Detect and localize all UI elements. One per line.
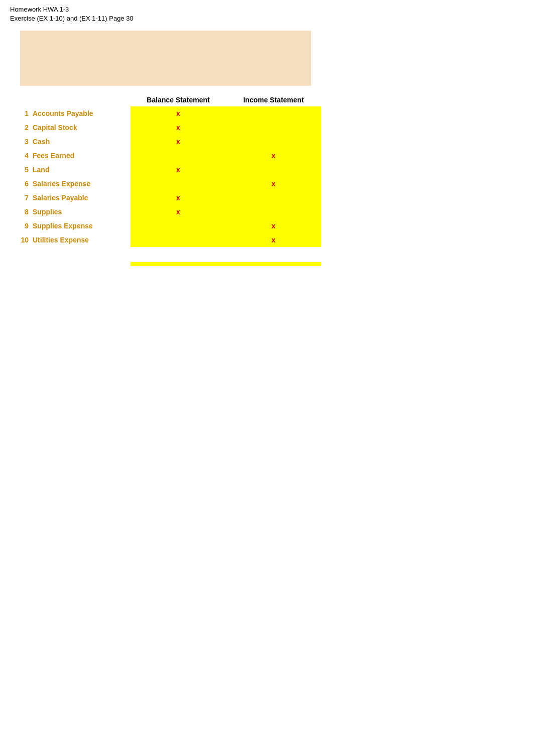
row-label: Capital Stock bbox=[33, 123, 130, 132]
main-content: Balance Statement Income Statement 1Acco… bbox=[15, 96, 523, 266]
row-label: Accounts Payable bbox=[33, 109, 130, 117]
balance-cell: x bbox=[130, 163, 226, 177]
income-cell bbox=[226, 191, 321, 205]
row-number: 10 bbox=[20, 236, 33, 244]
balance-cell: x bbox=[130, 205, 226, 219]
row-number: 4 bbox=[20, 152, 33, 160]
income-cell bbox=[226, 163, 321, 177]
income-cell bbox=[226, 106, 321, 120]
table-row: 3Cashx bbox=[20, 135, 523, 149]
row-label: Salaries Payable bbox=[33, 194, 130, 202]
row-label: Fees Earned bbox=[33, 152, 130, 160]
balance-statement-header: Balance Statement bbox=[130, 96, 226, 104]
balance-cell bbox=[130, 233, 226, 247]
table-area: 1Accounts Payablex2Capital Stockx3Cashx4… bbox=[20, 106, 523, 247]
table-row: 8Suppliesx bbox=[20, 205, 523, 219]
table-row: 4Fees Earnedx bbox=[20, 149, 523, 163]
table-row: 1Accounts Payablex bbox=[20, 106, 523, 120]
header-block: Homework HWA 1-3 Exercise (EX 1-10) and … bbox=[10, 5, 523, 23]
balance-cell: x bbox=[130, 106, 226, 120]
image-placeholder bbox=[20, 31, 311, 86]
row-label: Cash bbox=[33, 138, 130, 146]
income-cell bbox=[226, 135, 321, 149]
column-headers: Balance Statement Income Statement bbox=[130, 96, 523, 104]
balance-cell bbox=[130, 177, 226, 191]
table-row: 2Capital Stockx bbox=[20, 120, 523, 135]
balance-cell bbox=[130, 149, 226, 163]
balance-cell: x bbox=[130, 191, 226, 205]
income-cell: x bbox=[226, 149, 321, 163]
row-number: 8 bbox=[20, 208, 33, 216]
row-number: 5 bbox=[20, 166, 33, 174]
yellow-bar bbox=[130, 262, 321, 266]
row-number: 2 bbox=[20, 123, 33, 132]
table-row: 10Utilities Expensex bbox=[20, 233, 523, 247]
balance-cell: x bbox=[130, 135, 226, 149]
header-line2: Exercise (EX 1-10) and (EX 1-11) Page 30 bbox=[10, 14, 523, 23]
row-number: 1 bbox=[20, 109, 33, 117]
income-cell bbox=[226, 205, 321, 219]
row-label: Salaries Expense bbox=[33, 180, 130, 188]
income-cell: x bbox=[226, 233, 321, 247]
row-number: 9 bbox=[20, 222, 33, 230]
row-number: 6 bbox=[20, 180, 33, 188]
table-row: 5Landx bbox=[20, 163, 523, 177]
row-label: Land bbox=[33, 166, 130, 174]
table-row: 6Salaries Expensex bbox=[20, 177, 523, 191]
table-row: 7Salaries Payablex bbox=[20, 191, 523, 205]
balance-cell: x bbox=[130, 120, 226, 135]
balance-cell bbox=[130, 219, 226, 233]
income-cell: x bbox=[226, 177, 321, 191]
table-row: 9Supplies Expensex bbox=[20, 219, 523, 233]
income-statement-header: Income Statement bbox=[226, 96, 321, 104]
row-number: 7 bbox=[20, 194, 33, 202]
row-label: Supplies bbox=[33, 208, 130, 216]
row-label: Utilities Expense bbox=[33, 236, 130, 244]
row-number: 3 bbox=[20, 138, 33, 146]
row-label: Supplies Expense bbox=[33, 222, 130, 230]
header-line1: Homework HWA 1-3 bbox=[10, 5, 523, 14]
income-cell: x bbox=[226, 219, 321, 233]
income-cell bbox=[226, 120, 321, 135]
